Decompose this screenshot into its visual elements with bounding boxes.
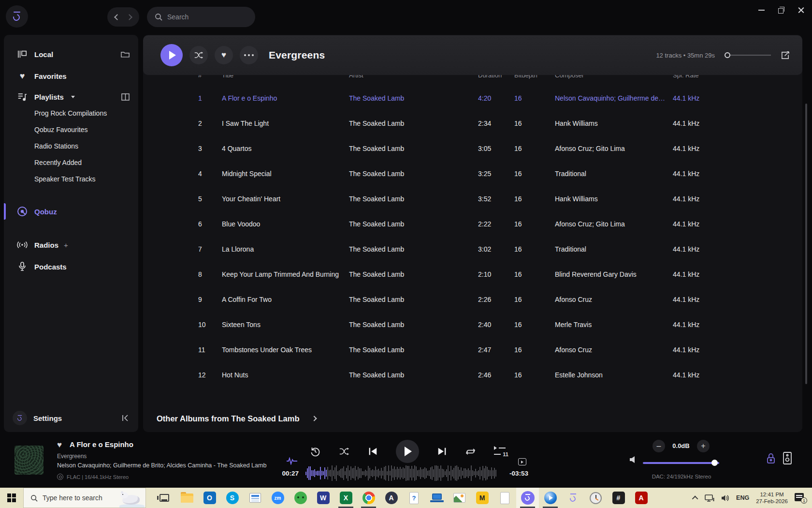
close-button[interactable] bbox=[798, 7, 804, 13]
sidebar-item-local[interactable]: Local bbox=[4, 46, 138, 62]
audirvana-icon[interactable] bbox=[516, 488, 539, 508]
skype-icon[interactable]: S bbox=[221, 488, 244, 508]
notifications-button[interactable]: 1 bbox=[795, 493, 806, 503]
excel-icon[interactable]: X bbox=[334, 488, 357, 508]
track-row[interactable]: 12Hot NutsThe Soaked Lamb2:4616Estelle J… bbox=[143, 362, 802, 388]
sidebar-item-qobuz[interactable]: Qobuz bbox=[4, 203, 138, 220]
previous-track-button[interactable] bbox=[367, 447, 378, 456]
presentation-app-icon[interactable] bbox=[244, 488, 266, 508]
track-row[interactable]: 4Midnight SpecialThe Soaked Lamb3:2516Tr… bbox=[143, 161, 802, 186]
volume-tray-icon[interactable] bbox=[721, 494, 729, 502]
replay-history-button[interactable] bbox=[309, 446, 321, 457]
col-composer[interactable]: Composer bbox=[555, 75, 584, 79]
playlist-item[interactable]: Recently Added bbox=[4, 154, 138, 171]
notepad-icon[interactable] bbox=[493, 488, 516, 508]
outlook-icon[interactable]: O bbox=[198, 488, 221, 508]
track-row[interactable]: 5Your Cheatin' HeartThe Soaked Lamb3:521… bbox=[143, 186, 802, 211]
volume-slider[interactable] bbox=[643, 460, 719, 465]
sidebar-item-playlists[interactable]: Playlists bbox=[4, 89, 138, 105]
zoom-icon[interactable]: zm bbox=[266, 488, 289, 508]
acrobat-icon[interactable]: A bbox=[630, 488, 652, 508]
playlist-item[interactable]: Prog Rock Compilations bbox=[4, 105, 138, 121]
playlist-item[interactable]: Radio Stations bbox=[4, 138, 138, 154]
tray-clock[interactable]: 12:41 PM 27-Feb-2026 bbox=[756, 491, 788, 505]
track-row[interactable]: 7La LloronaThe Soaked Lamb3:0216Traditio… bbox=[143, 237, 802, 262]
speaker-output-icon[interactable] bbox=[782, 451, 793, 465]
track-row[interactable]: 2I Saw The LightThe Soaked Lamb2:3416Han… bbox=[143, 111, 802, 136]
track-row[interactable]: 8Keep Your Lamp Trimmed And BurningThe S… bbox=[143, 262, 802, 287]
sidebar-item-podcasts[interactable]: Podcasts bbox=[4, 258, 138, 275]
track-row[interactable]: 6Blue VoodooThe Soaked Lamb2:2216Afonso … bbox=[143, 211, 802, 237]
col-title[interactable]: Title bbox=[222, 75, 233, 79]
chevron-down-icon[interactable] bbox=[71, 96, 75, 98]
playlist-item[interactable]: Qobuz Favourites bbox=[4, 121, 138, 138]
clock-app-icon[interactable] bbox=[584, 488, 607, 508]
play-pause-button[interactable] bbox=[396, 440, 419, 463]
media-player-icon[interactable] bbox=[539, 488, 562, 508]
repeat-button[interactable] bbox=[465, 447, 476, 456]
play-queue-button[interactable]: 11 bbox=[494, 446, 508, 457]
dark-app-icon[interactable]: # bbox=[607, 488, 630, 508]
start-button[interactable] bbox=[0, 488, 23, 508]
taskbar-search[interactable]: Type here to search bbox=[23, 488, 146, 508]
sidebar-item-favorites[interactable]: ♥ Favorites bbox=[4, 68, 138, 84]
folder-icon[interactable] bbox=[121, 51, 130, 58]
task-view-icon[interactable] bbox=[153, 488, 175, 508]
audirvana-classic-icon[interactable]: A bbox=[380, 488, 403, 508]
language-indicator[interactable]: ENG bbox=[736, 494, 749, 501]
audirvana-studio-icon[interactable] bbox=[562, 488, 584, 508]
now-playing-artwork[interactable] bbox=[14, 446, 44, 475]
lock-icon[interactable] bbox=[766, 452, 776, 465]
shuffle-button[interactable] bbox=[339, 447, 349, 456]
scrollbar-thumb[interactable] bbox=[805, 104, 807, 384]
artwork-size-slider[interactable] bbox=[725, 52, 771, 59]
forward-button[interactable] bbox=[126, 14, 132, 20]
mute-speaker-icon[interactable] bbox=[629, 456, 638, 463]
col-artist[interactable]: Artist bbox=[349, 75, 363, 79]
track-row[interactable]: 34 QuartosThe Soaked Lamb3:0516Afonso Cr… bbox=[143, 136, 802, 161]
other-albums-section[interactable]: Other Albums from The Soaked Lamb bbox=[143, 405, 802, 432]
help-doc-icon[interactable]: ? bbox=[403, 488, 425, 508]
col-sample-rate[interactable]: Spl. Rate bbox=[673, 75, 698, 79]
restore-button[interactable] bbox=[778, 7, 784, 13]
col-number[interactable]: # bbox=[198, 75, 202, 79]
sidebar-item-settings[interactable]: Settings bbox=[4, 410, 138, 426]
track-row[interactable]: 10Sixteen TonsThe Soaked Lamb2:4016Merle… bbox=[143, 312, 802, 337]
tray-expand-button[interactable] bbox=[694, 496, 698, 500]
favorite-track-icon[interactable]: ♥ bbox=[57, 440, 62, 450]
pia-vpn-icon[interactable] bbox=[289, 488, 312, 508]
play-playlist-button[interactable] bbox=[160, 44, 183, 66]
volume-down-button[interactable]: – bbox=[652, 440, 665, 452]
back-button[interactable] bbox=[114, 14, 120, 20]
search-input[interactable] bbox=[167, 13, 240, 21]
word-icon[interactable]: W bbox=[312, 488, 334, 508]
file-explorer-icon[interactable] bbox=[175, 488, 198, 508]
minimize-button[interactable] bbox=[758, 7, 765, 13]
track-row[interactable]: 11Tombstones Under Oak TreesThe Soaked L… bbox=[143, 337, 802, 362]
network-display-icon[interactable] bbox=[705, 494, 714, 502]
columns-icon[interactable] bbox=[121, 93, 130, 101]
next-track-button[interactable] bbox=[437, 447, 448, 456]
col-bitdepth[interactable]: Bitdepth bbox=[514, 75, 537, 79]
search-bar[interactable] bbox=[147, 7, 255, 27]
mail-icon[interactable]: M bbox=[471, 488, 493, 508]
shuffle-playlist-button[interactable] bbox=[189, 46, 208, 64]
photo-viewer-icon[interactable] bbox=[448, 488, 471, 508]
track-row[interactable]: 9A Coffin For TwoThe Soaked Lamb2:2616Af… bbox=[143, 287, 802, 312]
chrome-icon[interactable] bbox=[357, 488, 380, 508]
playlist-item[interactable]: Speaker Test Tracks bbox=[4, 171, 138, 187]
volume-up-button[interactable]: + bbox=[697, 440, 710, 452]
remote-display-icon[interactable] bbox=[425, 488, 448, 508]
chevron-right-icon[interactable] bbox=[311, 416, 317, 421]
track-row[interactable]: 1A Flor e o EspinhoThe Soaked Lamb4:2016… bbox=[143, 86, 802, 111]
mini-player-button[interactable] bbox=[518, 458, 526, 465]
app-logo-icon[interactable] bbox=[6, 5, 28, 28]
collapse-sidebar-icon[interactable] bbox=[122, 415, 130, 421]
edit-playlist-icon[interactable] bbox=[781, 51, 790, 60]
more-options-button[interactable] bbox=[240, 46, 258, 64]
add-radio-button[interactable]: + bbox=[64, 241, 68, 249]
col-duration[interactable]: Duration bbox=[478, 75, 502, 79]
sidebar-item-radios[interactable]: Radios + bbox=[4, 237, 138, 253]
seek-waveform[interactable] bbox=[305, 464, 505, 482]
favorite-playlist-button[interactable]: ♥ bbox=[215, 46, 233, 64]
